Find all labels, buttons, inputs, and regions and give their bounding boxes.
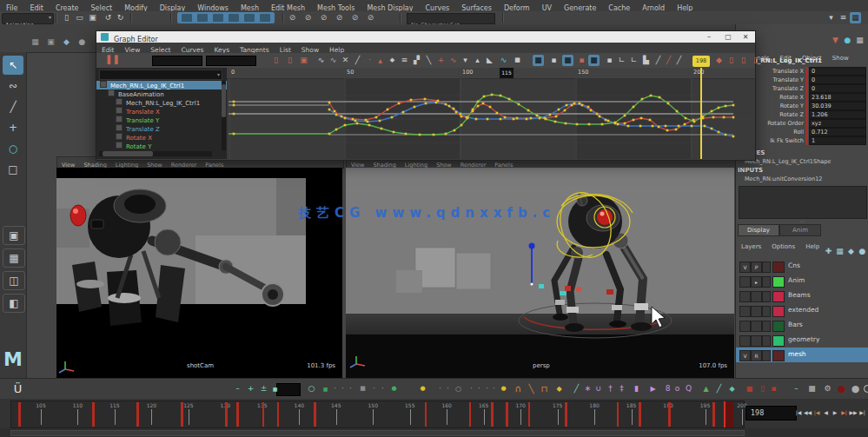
toolbar-icon[interactable]: ▲: [700, 383, 712, 394]
toolbar-icon[interactable]: ∟: [628, 55, 639, 66]
toolbar-icon[interactable]: ▯: [750, 55, 761, 66]
layer-color-swatch[interactable]: [772, 350, 785, 361]
toolbar-icon[interactable]: ▯: [726, 55, 737, 66]
outliner-row[interactable]: Mech_RN:L_Leg_IK_Ctrl1: [96, 81, 227, 89]
curve-visibility-toggle[interactable]: [116, 142, 123, 149]
shape-node-name[interactable]: Mech_RN:L_Leg_IK_Ctrl1Shape: [745, 158, 866, 165]
panel-divider-handle[interactable]: ⋯: [736, 218, 868, 224]
toolbar-icon[interactable]: ●: [498, 383, 509, 394]
keyframe-tick[interactable]: [225, 402, 228, 427]
toolbar-icon[interactable]: ╲: [423, 55, 434, 66]
toolbar-icon[interactable]: +: [245, 383, 256, 394]
record-icon[interactable]: ●: [836, 383, 847, 394]
channel-value-field[interactable]: 0: [809, 76, 866, 84]
open-scene-icon[interactable]: ▭: [74, 12, 85, 23]
keyframe-dot[interactable]: [579, 103, 581, 105]
curve-visibility-toggle[interactable]: [116, 98, 123, 105]
keyframe-dot[interactable]: [685, 117, 687, 120]
toolbar-icon[interactable]: ■: [588, 55, 600, 66]
scale-tool[interactable]: □: [3, 160, 23, 179]
keyframe-dot[interactable]: [732, 116, 735, 119]
keyframe-dot[interactable]: [702, 116, 705, 118]
keyframe-dot[interactable]: [639, 125, 642, 128]
keyframe-dot[interactable]: [711, 110, 713, 113]
snap-grid-icon[interactable]: ⊘: [287, 12, 298, 23]
auto-tangent-icon[interactable]: ■: [533, 55, 544, 66]
layer-playback-toggle[interactable]: [751, 291, 762, 302]
go-to-end-button[interactable]: ▶|: [858, 406, 867, 420]
toolbar-icon[interactable]: ▮: [631, 383, 642, 394]
outliner-row[interactable]: Mech_RN:L_Leg_IK_Ctrl1: [96, 98, 227, 107]
layer-row[interactable]: geometry: [736, 333, 868, 348]
keyframe-tick[interactable]: [668, 402, 671, 427]
layer-display-type-toggle[interactable]: [762, 335, 771, 347]
keyframe-dot[interactable]: [328, 102, 331, 104]
sidebar-toggle-icon[interactable]: ▾: [825, 12, 837, 23]
keyframe-dot[interactable]: [455, 111, 458, 114]
toolbar-icon[interactable]: ∿: [498, 55, 509, 66]
keyframe-dot[interactable]: [732, 136, 735, 138]
toolbar-icon[interactable]: ±: [258, 383, 269, 394]
keyframe-dot[interactable]: [633, 119, 635, 122]
keyframe-dot[interactable]: [402, 111, 405, 114]
keyframe-dot[interactable]: [467, 117, 469, 120]
keyframe-dot[interactable]: [667, 103, 670, 105]
move-layer-down-icon[interactable]: ●: [857, 246, 868, 257]
keyframe-tick[interactable]: [565, 402, 567, 427]
toolbar-icon[interactable]: ╱: [352, 55, 363, 66]
keyframe-dot[interactable]: [341, 116, 343, 118]
add-layer-selected-icon[interactable]: ▦: [834, 246, 845, 257]
keyframe-dot[interactable]: [233, 113, 235, 116]
layer-display-type-toggle[interactable]: [762, 321, 771, 332]
channel-speed-icon[interactable]: ●: [842, 35, 853, 46]
keyframe-dot[interactable]: [624, 115, 626, 117]
channel-value-field[interactable]: 1: [809, 136, 866, 145]
graph-editor-window[interactable]: Graph Editor – ▢ ✕ EditViewSelectCurvesK…: [96, 30, 756, 161]
layer-display-type-toggle[interactable]: [762, 350, 771, 361]
toolbar-icon[interactable]: –: [791, 383, 802, 394]
step-forward-frame-button[interactable]: ▶▶: [849, 406, 858, 420]
keyframe-dot[interactable]: [558, 109, 560, 111]
keyframe-dot[interactable]: [461, 116, 463, 118]
channel-manip-icon[interactable]: ▦: [854, 35, 865, 46]
keyframe-dot[interactable]: [627, 125, 630, 128]
keyframe-dot[interactable]: [659, 96, 661, 99]
u-logo-icon[interactable]: Ü: [12, 383, 23, 394]
toolbar-icon[interactable]: –: [232, 383, 243, 394]
channel-value-field[interactable]: 0.712: [809, 128, 866, 136]
keyframe-dot[interactable]: [516, 117, 519, 120]
layer-visibility-toggle[interactable]: [739, 321, 751, 332]
keyframe-dot[interactable]: [410, 99, 413, 102]
keyframe-dot[interactable]: [460, 113, 462, 116]
current-frame-field[interactable]: 198: [745, 406, 797, 420]
keyframe-dot[interactable]: [712, 116, 715, 119]
add-layer-icon[interactable]: ✚: [823, 246, 834, 257]
keyframe-tick[interactable]: [425, 402, 427, 427]
curve-visibility-toggle[interactable]: [100, 81, 107, 88]
minimize-button[interactable]: –: [701, 31, 717, 43]
redo-icon[interactable]: ↻: [115, 12, 126, 23]
keyframe-dot[interactable]: [666, 129, 669, 132]
layer-row[interactable]: VRmesh: [736, 348, 868, 362]
keyframe-dot[interactable]: [344, 117, 347, 120]
keyframe-dot[interactable]: [624, 122, 626, 125]
selection-mask-icon[interactable]: [182, 14, 192, 22]
outliner-hscrollbar[interactable]: [99, 151, 212, 156]
toolbar-icon[interactable]: ◣: [484, 55, 495, 66]
keyframe-dot[interactable]: [601, 123, 604, 126]
keyframe-dot[interactable]: [425, 103, 427, 105]
keyframe-dot[interactable]: [675, 129, 678, 131]
keyframe-tick[interactable]: [314, 402, 316, 427]
keyframe-dot[interactable]: [328, 109, 331, 111]
keyframe-dot[interactable]: [472, 109, 474, 111]
keyframe-dot[interactable]: [564, 109, 567, 112]
toolbar-icon[interactable]: ○: [453, 383, 464, 394]
keyframe-dot[interactable]: [554, 121, 557, 123]
keyframe-dot[interactable]: [649, 119, 652, 122]
keyframe-dot[interactable]: [641, 98, 644, 101]
toolbar-icon[interactable]: ∿: [315, 55, 327, 66]
keyframe-dot[interactable]: [482, 103, 485, 105]
toolbar-icon[interactable]: ▣: [45, 36, 56, 48]
keyframe-dot[interactable]: [658, 126, 660, 129]
keyframe-dot[interactable]: [587, 106, 590, 109]
